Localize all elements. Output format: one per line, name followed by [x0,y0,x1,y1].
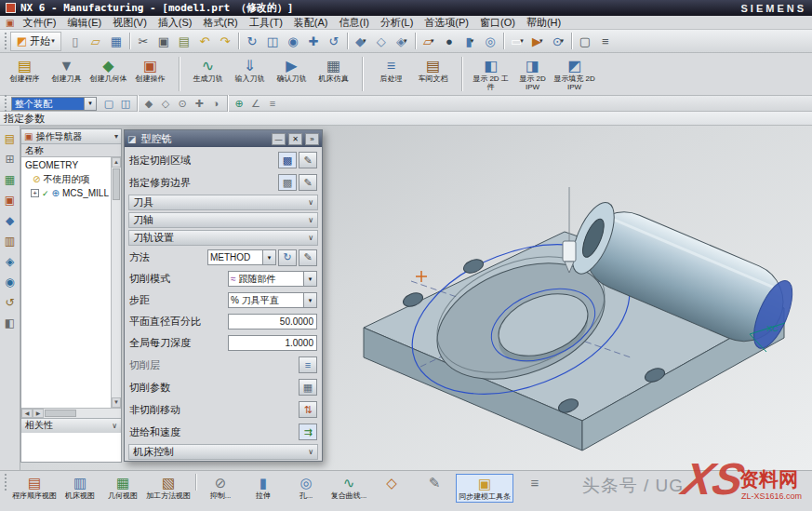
menu-item-2[interactable]: 视图(V) [107,16,153,30]
show-filled-2d-ipw-button[interactable]: ◩显示填充 2D IPW [553,55,595,91]
toolbar-grip[interactable] [5,33,7,49]
menu-item-11[interactable]: 帮助(H) [521,16,566,30]
create-program-button[interactable]: ▤创建程序 [4,55,46,83]
non-cutting-button[interactable]: ⇅ [299,401,317,418]
color-swatch-button[interactable]: ▭▾ [507,32,527,51]
horizontal-scrollbar[interactable]: ◀ ▶ [21,408,121,418]
start-button[interactable]: ◩ 开始 ▾ [10,32,61,51]
dropdown-caret-icon[interactable]: ▾ [363,37,366,45]
more-tools-button[interactable]: ≡ [513,474,556,492]
navigator-header[interactable]: ▣ 操作导航器 ▾ [21,129,121,144]
dropdown-caret-icon[interactable]: ▾ [539,37,543,45]
undo-button[interactable]: ↶ [194,32,215,51]
percent-input[interactable]: 50.0000 [228,314,317,329]
dependencies-section-header[interactable]: 相关性 ∨ [21,418,121,432]
dropdown-caret-icon[interactable]: ▾ [404,37,407,45]
datum-plane-button[interactable]: ▱▾ [419,32,439,51]
combo-arrow-icon[interactable]: ▾ [262,250,275,264]
section-chevron-icon[interactable]: ∨ [308,234,313,242]
scroll-left-icon[interactable]: ◀ [21,409,33,418]
tool-section-header[interactable]: 刀具 ∨ [128,195,318,210]
scroll-down-icon[interactable]: ▼ [112,397,121,408]
paste-button[interactable]: ▤ [174,32,194,51]
part-navigator-button[interactable]: ▦ [1,170,20,189]
snap-intersection-button[interactable]: ✚ [191,97,207,111]
constraint-navigator-button[interactable]: ⊞ [1,150,20,168]
tree-row-geometry-root[interactable]: GEOMETRY [21,158,111,172]
suppress-button[interactable]: ⊘抑制... [199,474,242,501]
sketch-button[interactable]: ✎ [413,474,456,492]
path-settings-section-header[interactable]: 刀轨设置 ∨ [128,230,318,246]
depth-input[interactable]: 1.0000 [228,335,317,351]
geometry-view-button[interactable]: ▦几何视图 [101,474,144,501]
tree-expander-icon[interactable]: + [31,189,39,197]
dialog-options-icon[interactable]: ◪ [127,134,136,144]
title-bar[interactable]: NX 6 - Manufacturing - [model1.prt （修改的）… [0,0,812,16]
hole-button[interactable]: ◎孔... [285,474,327,501]
section-chevron-icon[interactable]: ∨ [308,198,313,207]
toolbar-grip[interactable] [5,474,7,491]
assembly-navigator-button[interactable]: ▤ [1,129,20,148]
hd3d-tools-button[interactable]: ◈ [1,252,20,271]
section-chevron-icon[interactable]: ∨ [308,216,313,224]
more-selection-button[interactable]: ≡ [264,97,281,111]
dropdown-caret-icon[interactable]: ▾ [561,37,565,45]
zoom-button[interactable]: ◉ [283,32,303,51]
program-order-view-button[interactable]: ▤程序顺序视图 [10,474,59,501]
menu-item-5[interactable]: 工具(T) [244,16,288,30]
extrude-button[interactable]: ▮拉伸 [242,474,285,501]
machine-tool-view-button[interactable]: ▥机床视图 [59,474,101,501]
selection-scope-combo[interactable]: 整个装配 ▾ [11,97,97,111]
snap-quadrant-button[interactable]: ◑ [207,97,224,111]
cut-pattern-combo[interactable]: ≈ 跟随部件 ▾ [228,271,317,287]
edit-trim-boundary-button[interactable]: ✎ [299,174,317,191]
combo-arrow-icon[interactable]: ▾ [303,293,316,307]
section-chevron-icon[interactable]: ∨ [308,448,313,456]
menu-item-3[interactable]: 插入(S) [153,16,198,30]
snap-point-button[interactable]: ⊙▾ [548,32,568,51]
scroll-up-icon[interactable]: ▲ [112,157,121,168]
sphere-primitive-button[interactable]: ● [439,32,459,51]
tool-axis-section-header[interactable]: 刀轴 ∨ [128,212,318,228]
more-commands-button[interactable]: ≡ [595,32,616,51]
rotate-view-button[interactable]: ↺ [324,32,344,51]
shop-documentation-button[interactable]: ▤车间文档 [412,55,454,83]
postprocess-button[interactable]: ≡后处理 [370,55,412,83]
dialog-close-button[interactable]: ✕ [288,133,302,145]
create-operation-button[interactable]: ▣创建操作 [129,55,171,83]
tree-row-unused-items[interactable]: ⊘不使用的项 [21,172,111,186]
feeds-button[interactable]: ⇉ [299,424,317,440]
copy-button[interactable]: ▣ [153,32,174,51]
snap-endpoint-button[interactable]: ◆ [140,97,157,111]
dropdown-caret-icon[interactable]: ▾ [51,37,55,45]
cut-levels-button[interactable]: ≡ [299,356,317,373]
dialog-minimize-button[interactable]: — [272,133,286,145]
move-object-button[interactable]: ▶▾ [527,32,548,51]
edit-cut-area-button[interactable]: ✎ [299,152,317,168]
window-button[interactable]: ▢ [575,32,595,51]
roles-button[interactable]: ◧ [1,314,20,332]
scroll-thumb[interactable] [113,168,120,200]
new-file-button[interactable]: ▯ [65,32,86,51]
menu-item-9[interactable]: 首选项(P) [419,16,474,30]
create-tool-button[interactable]: ▼创建刀具 [46,55,87,83]
composite-curve-button[interactable]: ∿复合曲线... [327,474,370,501]
reuse-library-button[interactable]: ▥ [1,232,20,250]
datum-plane-button[interactable]: ◇ [370,474,413,492]
menu-item-6[interactable]: 装配(A) [288,16,334,30]
menu-item-7[interactable]: 信息(I) [334,16,375,30]
menu-item-0[interactable]: 文件(F) [17,16,61,30]
wcs-toggle-button[interactable]: ⊕ [231,97,247,111]
machine-control-section-header[interactable]: 机床控制 ∨ [128,444,318,460]
save-button[interactable]: ▦ [106,32,126,51]
dropdown-caret-icon[interactable]: ▾ [520,37,524,45]
menu-item-1[interactable]: 编辑(E) [62,16,108,30]
combo-arrow-icon[interactable]: ▾ [303,272,316,286]
cut-params-button[interactable]: ▦ [299,379,317,396]
dialog-expand-icon[interactable]: » [305,133,319,145]
open-button[interactable]: ▱ [86,32,106,51]
method-inherit-button[interactable]: ↻ [278,249,297,266]
dialog-titlebar[interactable]: ◪ 型腔铣 — ✕ » [125,130,322,147]
measure-angle-button[interactable]: ∠ [247,97,264,111]
generate-toolpath-button[interactable]: ∿生成刀轨 [187,55,229,83]
